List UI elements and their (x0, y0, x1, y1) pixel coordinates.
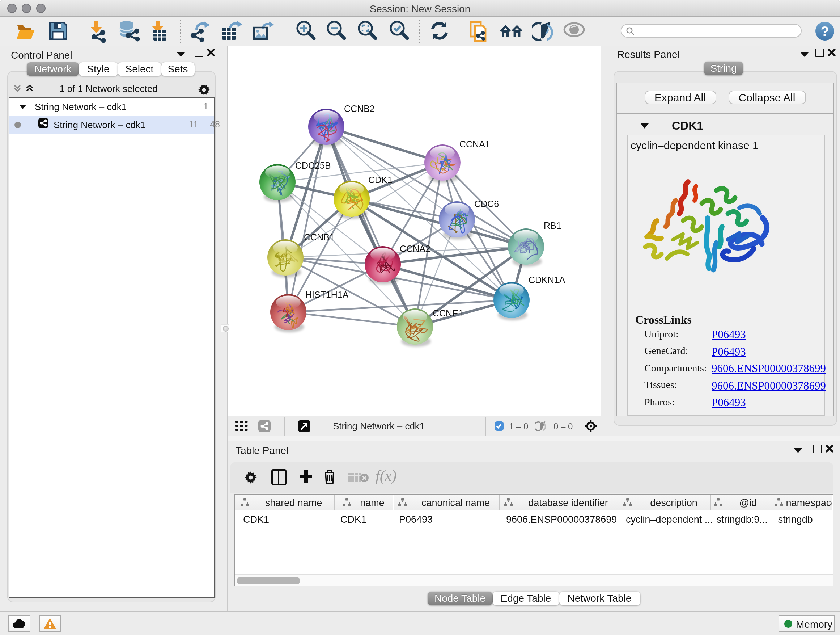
svg-text:CCNB2: CCNB2 (344, 103, 375, 114)
svg-text:?: ? (821, 24, 829, 39)
svg-text:CDC25B: CDC25B (295, 160, 331, 171)
svg-text:CCNE1: CCNE1 (433, 308, 463, 318)
svg-text:CCNB1: CCNB1 (304, 232, 335, 242)
svg-text:CCNA2: CCNA2 (400, 244, 431, 254)
svg-text:CDKN1A: CDKN1A (529, 275, 565, 285)
svg-text:CCNA1: CCNA1 (459, 139, 490, 149)
svg-text:CDK1: CDK1 (368, 175, 393, 185)
svg-text:HIST1H1A: HIST1H1A (305, 290, 349, 300)
svg-text:RB1: RB1 (544, 220, 561, 231)
svg-text:CDC6: CDC6 (474, 199, 499, 209)
